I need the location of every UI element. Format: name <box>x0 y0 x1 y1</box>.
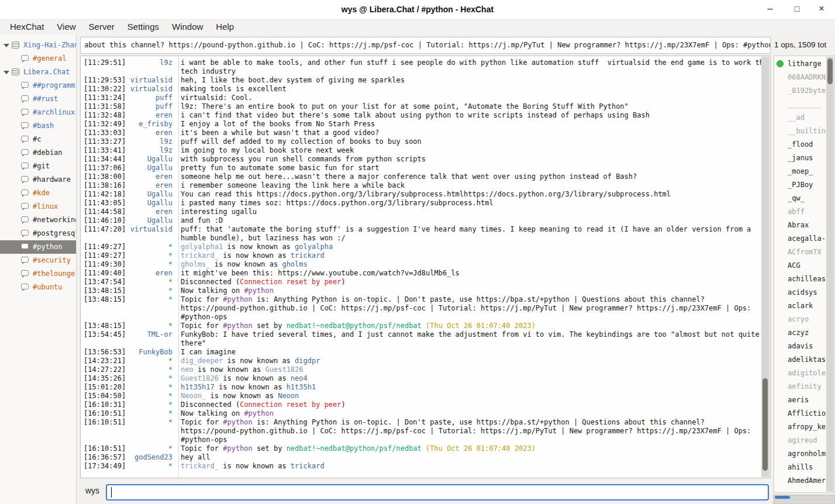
tree-item-linux[interactable]: #linux <box>0 200 76 213</box>
chat-timestamp: [13:48:15] <box>81 295 123 304</box>
tree-item-label: #archlinux <box>33 106 75 119</box>
tree-item-label: Xing-Hai-Zhan <box>23 39 76 52</box>
chat-scrollbar-thumb[interactable] <box>762 378 768 471</box>
chat-line: [11:49:27]*golyalpha1 is now known as go… <box>81 243 761 251</box>
chat-text-segment: pretty fun to automate some basic fun fo… <box>181 164 379 172</box>
user-list-item[interactable]: ACG <box>774 259 834 272</box>
close-button[interactable]: × <box>813 0 830 19</box>
title-bar[interactable]: wys @ Libera.Chat / #python - HexChat – … <box>0 0 835 19</box>
channel-icon <box>21 149 29 155</box>
menu-item-view[interactable]: View <box>50 19 82 35</box>
chat-action-star: * <box>123 365 175 374</box>
tree-item-hardware[interactable]: #hardware <box>0 173 76 187</box>
chat-action-star: * <box>123 278 175 286</box>
message-input[interactable] <box>106 484 769 500</box>
tree-item-python[interactable]: #python <box>0 240 76 254</box>
user-list-item[interactable]: 068AADRKN <box>774 71 834 84</box>
user-list-item[interactable]: acidsys <box>774 286 834 299</box>
user-list-item[interactable]: abff <box>774 205 834 219</box>
tree-item-c[interactable]: #c <box>0 133 76 146</box>
user-list-item[interactable]: _PJBoy <box>774 178 834 192</box>
server-tree-panel[interactable]: Xing-Hai-Zhan#generalLibera.Chat##progra… <box>0 35 77 504</box>
bottom-scrollbar-track[interactable] <box>773 500 835 504</box>
chat-line: [13:56:53]FunkyBobI can imagine <box>81 348 761 357</box>
tree-item-kde[interactable]: #kde <box>0 187 76 200</box>
minimize-button[interactable]: – <box>761 0 779 19</box>
chat-message-area[interactable]: [11:29:51]l9zi want be able to make tool… <box>80 56 771 478</box>
tree-item-archlinux[interactable]: #archlinux <box>0 106 76 119</box>
tree-item-xing-hai-zhan[interactable]: Xing-Hai-Zhan <box>0 39 76 52</box>
tree-item-networking[interactable]: #networking <box>0 213 76 227</box>
user-list[interactable]: litharge068AADRKN_8192byte__________ad__… <box>774 56 835 493</box>
op-status-icon <box>777 60 784 67</box>
menu-item-help[interactable]: Help <box>209 19 240 35</box>
user-nick: aclark <box>788 299 813 313</box>
tree-item-security[interactable]: #security <box>0 254 76 267</box>
user-list-item[interactable]: __builtin <box>774 125 834 138</box>
tree-item-debian[interactable]: #debian <box>0 146 76 160</box>
user-list-item[interactable]: Abrax <box>774 219 834 232</box>
user-list-item[interactable]: _flood <box>774 138 834 151</box>
chat-text-segment: #python <box>244 409 274 417</box>
user-list-item[interactable]: agireud <box>774 434 834 447</box>
user-list-item[interactable]: adeliktas <box>774 353 834 367</box>
chat-text-segment: making tools is excellent <box>181 85 287 93</box>
chat-text-segment: is now known as <box>206 392 278 400</box>
topic-bar[interactable]: about this channel? https://pound-python… <box>80 37 771 54</box>
user-list-item[interactable]: Affliction <box>774 407 834 420</box>
user-list-item[interactable]: litharge <box>774 57 834 71</box>
maximize-button[interactable]: □ <box>788 0 806 19</box>
chat-text-segment: i want be able to make tools, and other … <box>181 58 768 67</box>
menu-item-settings[interactable]: Settings <box>121 19 165 35</box>
chat-scrollbar[interactable] <box>761 57 770 477</box>
user-list-item[interactable]: ________ <box>774 98 834 111</box>
tree-item-ubuntu[interactable]: #ubuntu <box>0 281 76 294</box>
menu-item-hexchat[interactable]: HexChat <box>4 19 50 35</box>
tree-item-thelounge[interactable]: #thelounge <box>0 267 76 281</box>
user-list-item[interactable]: adavis <box>774 340 834 353</box>
user-list-item[interactable]: acegalla- <box>774 232 834 246</box>
tree-item-label: #hardware <box>33 173 71 187</box>
user-list-item[interactable]: _qw_ <box>774 192 834 205</box>
chat-timestamp: [14:27:22] <box>81 365 123 374</box>
user-list-item[interactable]: __ad <box>774 111 834 125</box>
user-list-item[interactable]: ACfromTX <box>774 246 834 259</box>
user-list-item[interactable]: acryo <box>774 313 834 326</box>
tree-item-bash[interactable]: #bash <box>0 119 76 133</box>
tree-item-general[interactable]: #general <box>0 52 76 65</box>
user-list-item[interactable]: AhmedAmer <box>774 474 834 488</box>
tree-item-programming[interactable]: ##programming <box>0 79 76 92</box>
user-list-scrollbar-thumb[interactable] <box>827 58 833 84</box>
chat-nick: puff <box>123 102 175 111</box>
tree-item-label: #ubuntu <box>33 281 63 294</box>
user-list-item[interactable]: aczyz <box>774 326 834 340</box>
user-list-item[interactable]: _janus <box>774 151 834 165</box>
channel-icon <box>21 163 29 168</box>
user-nick: adeliktas <box>788 353 826 367</box>
user-list-item[interactable]: adigitole <box>774 367 834 380</box>
tree-item-git[interactable]: #git <box>0 160 76 173</box>
user-list-item[interactable]: _8192byte <box>774 84 834 98</box>
user-list-item[interactable]: aefinity <box>774 380 834 393</box>
chat-action-star: * <box>123 357 175 365</box>
chat-text-segment: is now known as <box>211 260 282 268</box>
expander-icon <box>4 44 9 47</box>
tree-item-libera.chat[interactable]: Libera.Chat <box>0 65 76 79</box>
user-list-item[interactable]: _moep_ <box>774 165 834 178</box>
user-list-item[interactable]: aeris <box>774 393 834 407</box>
chat-timestamp <box>81 313 123 322</box>
user-list-item[interactable]: ahills <box>774 461 834 474</box>
menu-item-window[interactable]: Window <box>165 19 209 35</box>
user-list-horizontal-scrollbar[interactable] <box>773 495 835 500</box>
user-list-item[interactable]: aclark <box>774 299 834 313</box>
user-list-scrollbar[interactable] <box>826 57 834 492</box>
user-list-horizontal-scrollbar-thumb[interactable] <box>775 496 790 499</box>
tree-item-rust[interactable]: ##rust <box>0 92 76 106</box>
chat-nick <box>123 427 175 436</box>
tree-item-postgresql[interactable]: #postgresql <box>0 227 76 240</box>
user-list-item[interactable]: agronholm <box>774 447 834 461</box>
user-list-item[interactable]: achilleas <box>774 272 834 286</box>
chat-line: [11:49:30]*gholms_ is now known as gholm… <box>81 260 761 269</box>
user-list-item[interactable]: afropy_ke <box>774 420 834 434</box>
menu-item-server[interactable]: Server <box>82 19 121 35</box>
